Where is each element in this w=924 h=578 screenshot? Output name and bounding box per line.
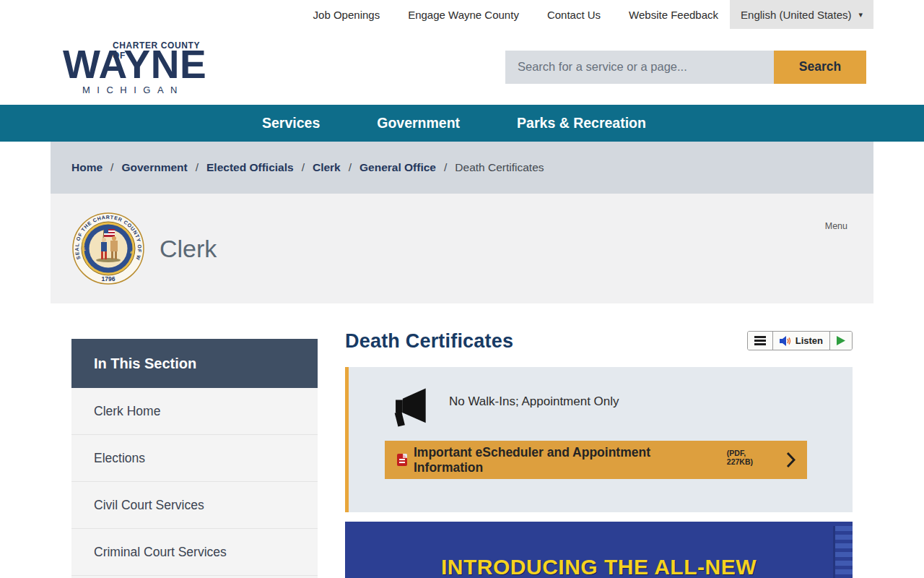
breadcrumb-government[interactable]: Government xyxy=(121,161,187,174)
sidebar-item-elections[interactable]: Elections xyxy=(71,435,318,482)
chevron-down-icon: ▾ xyxy=(858,10,863,20)
sidebar-item-clerk-home[interactable]: Clerk Home xyxy=(71,388,318,435)
breadcrumb-general-office[interactable]: General Office xyxy=(359,161,436,174)
sidebar-item-criminal-court-services[interactable]: Criminal Court Services xyxy=(71,529,318,576)
pdf-link-button[interactable]: Important eScheduler and Appointment Inf… xyxy=(385,441,807,479)
listen-play-button[interactable] xyxy=(830,332,852,350)
breadcrumb-separator: / xyxy=(196,161,199,174)
alert-message: No Walk-Ins; Appointment Only xyxy=(449,394,619,409)
pdf-file-meta: (PDF, 227KB) xyxy=(727,449,774,466)
content-area: In This Section Clerk Home Elections Civ… xyxy=(51,303,873,578)
logo-tagline: CHARTER COUNTY OF xyxy=(113,40,206,61)
listen-label: Listen xyxy=(796,335,823,346)
topbar-link-contact-us[interactable]: Contact Us xyxy=(547,9,601,21)
section-sidebar: In This Section Clerk Home Elections Civ… xyxy=(71,339,318,578)
breadcrumb: Home / Government / Elected Officials / … xyxy=(51,142,873,194)
page-title: Death Certificates xyxy=(345,330,513,353)
county-seal-icon: SEAL OF THE CHARTER COUNTY OF WAYNE, MIC… xyxy=(72,212,144,285)
nav-item-government[interactable]: Government xyxy=(377,115,460,131)
listen-widget: Listen xyxy=(747,331,853,350)
menu-label: Menu xyxy=(825,221,847,231)
promo-banner[interactable]: INTRODUCING THE ALL-NEW xyxy=(345,522,853,578)
list-icon xyxy=(754,336,766,345)
sidebar-item-civil-court-services[interactable]: Civil Court Services xyxy=(71,482,318,529)
pdf-button-label: Important eScheduler and Appointment Inf… xyxy=(414,445,723,475)
language-selector[interactable]: English (United States) ▾ xyxy=(730,0,873,29)
promo-headline: INTRODUCING THE ALL-NEW xyxy=(345,522,853,578)
breadcrumb-home[interactable]: Home xyxy=(71,161,103,174)
breadcrumb-elected-officials[interactable]: Elected Officials xyxy=(206,161,294,174)
topbar-link-website-feedback[interactable]: Website Feedback xyxy=(629,9,718,21)
nav-item-parks-recreation[interactable]: Parks & Recreation xyxy=(517,115,646,131)
pdf-icon xyxy=(397,454,407,466)
breadcrumb-separator: / xyxy=(110,161,113,174)
site-header: CHARTER COUNTY OF WAYNE MICHIGAN Search xyxy=(0,29,924,105)
main-column: Death Certificates Listen xyxy=(345,330,853,578)
department-title: Clerk xyxy=(160,235,217,263)
topbar-link-job-openings[interactable]: Job Openings xyxy=(313,9,380,21)
section-menu-button[interactable]: Menu xyxy=(825,220,847,231)
chevron-right-icon xyxy=(786,452,796,468)
department-banner: SEAL OF THE CHARTER COUNTY OF WAYNE, MIC… xyxy=(51,194,873,303)
breadcrumb-current: Death Certificates xyxy=(455,161,544,174)
listen-menu-button[interactable] xyxy=(748,332,773,350)
wayne-county-logo[interactable]: CHARTER COUNTY OF WAYNE MICHIGAN xyxy=(63,38,206,95)
topbar-link-engage[interactable]: Engage Wayne County xyxy=(408,9,519,21)
megaphone-icon xyxy=(385,387,430,429)
breadcrumb-separator: / xyxy=(444,161,447,174)
building-graphic xyxy=(833,526,853,578)
breadcrumb-separator: / xyxy=(349,161,352,174)
alert-box: No Walk-Ins; Appointment Only Important … xyxy=(345,367,853,512)
play-icon xyxy=(837,336,845,345)
language-label: English (United States) xyxy=(741,9,851,21)
search-input[interactable] xyxy=(505,51,774,84)
utility-bar: Job Openings Engage Wayne County Contact… xyxy=(0,0,924,29)
seal-year: 1796 xyxy=(102,275,116,282)
breadcrumb-clerk[interactable]: Clerk xyxy=(313,161,341,174)
sidebar-header: In This Section xyxy=(71,339,318,388)
main-nav: Services Government Parks & Recreation xyxy=(0,105,924,142)
speaker-icon xyxy=(780,336,791,346)
nav-item-services[interactable]: Services xyxy=(262,115,320,131)
breadcrumb-separator: / xyxy=(302,161,305,174)
site-search: Search xyxy=(505,51,866,84)
listen-button[interactable]: Listen xyxy=(773,332,830,350)
search-button[interactable]: Search xyxy=(774,51,866,84)
